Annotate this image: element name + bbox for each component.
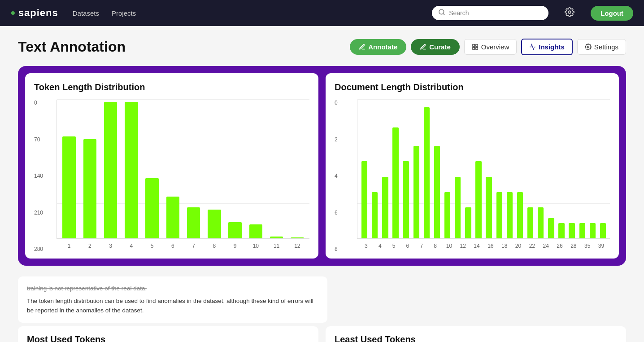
charts-row: Token Length Distribution 280 210 140 70… bbox=[25, 73, 619, 259]
bar-group bbox=[536, 100, 545, 238]
token-chart-title: Token Length Distribution bbox=[34, 82, 309, 92]
bar bbox=[444, 192, 450, 238]
bar bbox=[475, 161, 481, 238]
curate-label: Curate bbox=[429, 43, 451, 51]
svg-rect-5 bbox=[473, 48, 474, 49]
bar-group bbox=[184, 100, 203, 238]
info-card: training is not representative of the re… bbox=[18, 276, 327, 323]
logo: • sapiens bbox=[11, 6, 58, 20]
nav-projects[interactable]: Projects bbox=[112, 9, 136, 17]
bar bbox=[600, 223, 606, 238]
least-used-title: Least Used Tokens bbox=[335, 334, 617, 342]
least-used-tokens-card: Least Used Tokens bbox=[326, 326, 626, 342]
bar bbox=[496, 192, 502, 238]
bar bbox=[455, 177, 461, 238]
bar-group bbox=[163, 100, 182, 238]
x-label: 3 bbox=[360, 243, 372, 249]
nav-links: Datasets Projects bbox=[73, 9, 136, 17]
logo-dot: • bbox=[11, 6, 16, 20]
settings-label: Settings bbox=[594, 43, 618, 51]
bar bbox=[208, 210, 221, 238]
bar bbox=[125, 102, 138, 238]
bar-group bbox=[267, 100, 286, 238]
bar-group bbox=[60, 100, 78, 238]
x-label: 2 bbox=[80, 243, 99, 249]
x-label: 1 bbox=[60, 243, 78, 249]
insights-container: Token Length Distribution 280 210 140 70… bbox=[18, 66, 626, 266]
document-x-labels: 345678101214161820222426283539 bbox=[357, 243, 610, 249]
bar-group bbox=[381, 100, 389, 238]
token-chart-inner: 123456789101112 bbox=[57, 100, 309, 239]
bar bbox=[424, 107, 430, 238]
search-input[interactable] bbox=[449, 9, 542, 17]
x-label: 20 bbox=[512, 243, 524, 249]
overview-label: Overview bbox=[481, 43, 509, 51]
token-bar-chart: 280 210 140 70 0 123456789101112 bbox=[34, 100, 309, 252]
curate-button[interactable]: Curate bbox=[411, 39, 460, 55]
bar bbox=[579, 223, 585, 238]
bar bbox=[517, 192, 523, 238]
bar-group bbox=[485, 100, 493, 238]
bar-group bbox=[578, 100, 587, 238]
bar-group bbox=[557, 100, 566, 238]
bar-group bbox=[433, 100, 441, 238]
bar bbox=[392, 127, 398, 238]
search-box bbox=[432, 6, 548, 20]
document-length-chart-card: Document Length Distribution 8 6 4 2 0 bbox=[326, 73, 619, 259]
page-content: Text Annotation Annotate Curate Overview… bbox=[0, 26, 644, 342]
bar-group bbox=[402, 100, 410, 238]
bar-group bbox=[246, 100, 265, 238]
bar bbox=[145, 178, 159, 238]
x-label: 10 bbox=[443, 243, 455, 249]
x-label: 8 bbox=[205, 243, 224, 249]
bar bbox=[434, 146, 440, 238]
bar-group bbox=[599, 100, 607, 238]
navbar: • sapiens Datasets Projects Logout bbox=[0, 0, 644, 26]
bar bbox=[228, 222, 242, 238]
bar-group bbox=[205, 100, 224, 238]
bar-group bbox=[288, 100, 307, 238]
x-label: 8 bbox=[429, 243, 441, 249]
svg-point-2 bbox=[568, 11, 571, 13]
settings-tab[interactable]: Settings bbox=[577, 39, 626, 55]
bar-group bbox=[453, 100, 462, 238]
x-label: 9 bbox=[226, 243, 244, 249]
x-label: 26 bbox=[554, 243, 566, 249]
x-label: 10 bbox=[246, 243, 265, 249]
info-section: training is not representative of the re… bbox=[18, 276, 626, 323]
x-label: 6 bbox=[401, 243, 413, 249]
bar-group bbox=[547, 100, 555, 238]
bar-group bbox=[464, 100, 472, 238]
x-label: 4 bbox=[122, 243, 141, 249]
bar bbox=[83, 139, 97, 238]
gear-button[interactable] bbox=[563, 5, 576, 21]
nav-datasets[interactable]: Datasets bbox=[73, 9, 99, 17]
most-used-tokens-card: Most Used Tokens bbox=[18, 326, 318, 342]
bar bbox=[104, 102, 117, 238]
x-label: 5 bbox=[143, 243, 161, 249]
x-label: 3 bbox=[101, 243, 120, 249]
svg-line-1 bbox=[443, 13, 444, 15]
bar bbox=[166, 197, 180, 238]
bar bbox=[486, 177, 492, 238]
info-description: The token length distribution can be use… bbox=[27, 296, 318, 316]
x-label: 7 bbox=[415, 243, 427, 249]
overview-tab[interactable]: Overview bbox=[464, 39, 517, 55]
bar-group bbox=[391, 100, 400, 238]
strikethrough-text: training is not representative of the re… bbox=[27, 284, 318, 294]
insights-tab[interactable]: Insights bbox=[521, 39, 573, 55]
annotate-button[interactable]: Annotate bbox=[350, 39, 406, 55]
bar bbox=[382, 177, 388, 238]
token-length-chart-card: Token Length Distribution 280 210 140 70… bbox=[25, 73, 318, 259]
x-label: 35 bbox=[581, 243, 593, 249]
bar bbox=[590, 223, 596, 238]
bar-group bbox=[474, 100, 483, 238]
x-label: 24 bbox=[540, 243, 552, 249]
bar bbox=[413, 146, 419, 238]
bar bbox=[249, 224, 263, 238]
page-header: Text Annotation Annotate Curate Overview… bbox=[18, 39, 626, 55]
bar bbox=[372, 192, 378, 238]
document-chart-title: Document Length Distribution bbox=[335, 82, 610, 92]
bar-group bbox=[226, 100, 244, 238]
logout-button[interactable]: Logout bbox=[591, 6, 633, 21]
